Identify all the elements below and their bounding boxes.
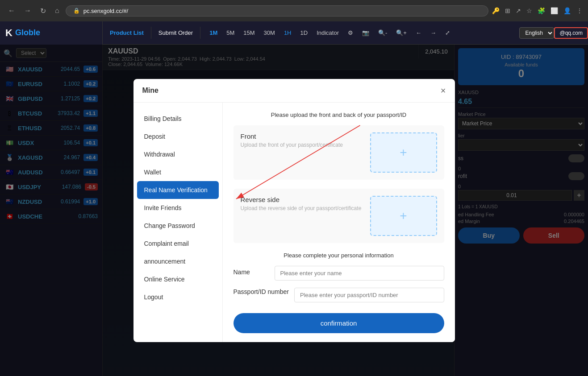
modal-body: Billing DetailsDepositWithdrawalWalletRe… <box>133 103 455 342</box>
menu-item[interactable]: Invite Friends <box>133 199 222 217</box>
modal-menu: Billing DetailsDepositWithdrawalWalletRe… <box>133 103 223 342</box>
reverse-upload-box[interactable]: + <box>370 196 437 236</box>
url-text: pc.senxgold.cc/#/ <box>83 8 128 14</box>
tf-1d[interactable]: 1D <box>297 28 312 38</box>
reverse-upload-plus-icon: + <box>400 209 407 223</box>
passport-input[interactable] <box>294 288 444 302</box>
zoom-in-btn[interactable]: 🔍+ <box>392 28 410 38</box>
submit-order-button[interactable]: Submit Order <box>151 27 200 39</box>
forward-button[interactable]: → <box>21 5 34 17</box>
timeframe-bar: 1M 5M 15M 30M 1H 1D Indicator ⚙ 📷 🔍- 🔍+ … <box>200 28 519 38</box>
browser-icon-6[interactable]: ⬜ <box>550 7 558 14</box>
name-field-row: Name <box>234 266 444 281</box>
logo-k: K <box>5 27 13 39</box>
browser-icon-3[interactable]: ↗ <box>516 7 521 14</box>
main-content: 🔍 Select 🇺🇸 XAUUSD 2044.65 +0.6 🇪🇺 EURUS… <box>0 45 588 376</box>
language-select[interactable]: English <box>519 27 554 39</box>
tf-5m[interactable]: 5M <box>223 28 238 38</box>
lock-icon: 🔒 <box>73 8 80 14</box>
front-upload-plus-icon: + <box>400 145 407 160</box>
reload-button[interactable]: ↻ <box>38 5 49 17</box>
reverse-upload-row: Reverse side Upload the reverse side of … <box>234 189 444 243</box>
personal-info-title: Please complete your personal informatio… <box>234 252 444 259</box>
browser-icon-7[interactable]: 👤 <box>563 7 571 14</box>
modal-title: Mine <box>142 87 158 95</box>
right-arrow-btn[interactable]: → <box>427 28 440 38</box>
tf-1m[interactable]: 1M <box>206 28 221 38</box>
settings-icon-btn[interactable]: ⚙ <box>344 28 357 38</box>
name-field-label: Name <box>234 266 269 276</box>
front-hint: Upload the front of your passport/certif… <box>241 142 363 148</box>
menu-item[interactable]: Change Password <box>133 217 222 235</box>
back-button[interactable]: ← <box>5 5 18 17</box>
front-upload-box[interactable]: + <box>370 132 437 173</box>
menu-item[interactable]: Withdrawal <box>133 145 222 163</box>
modal-close-button[interactable]: × <box>441 86 446 95</box>
modal-title-bar: Mine × <box>133 79 455 103</box>
reverse-hint: Upload the reverse side of your passport… <box>241 205 363 211</box>
zoom-out-btn[interactable]: 🔍- <box>375 28 391 38</box>
tf-1h[interactable]: 1H <box>280 28 295 38</box>
browser-chrome: ← → ↻ ⌂ 🔒 pc.senxgold.cc/#/ 🔑 ⊞ ↗ ☆ 🧩 ⬜ … <box>0 0 588 21</box>
menu-item[interactable]: Logout <box>133 288 222 306</box>
tf-15m[interactable]: 15M <box>240 28 258 38</box>
modal-content-area: Please upload the front and back of your… <box>223 103 455 342</box>
browser-icon-1[interactable]: 🔑 <box>492 7 500 14</box>
tf-30m[interactable]: 30M <box>260 28 279 38</box>
indicator-button[interactable]: Indicator <box>313 28 342 38</box>
home-button[interactable]: ⌂ <box>52 5 62 17</box>
left-arrow-btn[interactable]: ← <box>412 28 425 38</box>
browser-icon-4[interactable]: ☆ <box>526 7 532 14</box>
reverse-label: Reverse side <box>241 196 363 203</box>
menu-item[interactable]: Deposit <box>133 128 222 145</box>
upload-title: Please upload the front and back of your… <box>234 112 444 118</box>
camera-icon-btn[interactable]: 📷 <box>359 28 373 38</box>
front-label: Front <box>241 132 363 140</box>
menu-item[interactable]: announcement <box>133 252 222 270</box>
browser-icon-8[interactable]: ⋮ <box>576 7 583 14</box>
app-header: K Globle Product List Submit Order 1M 5M… <box>0 21 588 45</box>
email-button[interactable]: @qq.com <box>554 27 588 39</box>
logo-area: K Globle <box>0 21 103 45</box>
address-bar[interactable]: 🔒 pc.senxgold.cc/#/ <box>66 5 488 17</box>
confirm-button[interactable]: confirmation <box>234 313 444 333</box>
passport-field-label: Passport/ID number <box>234 288 289 297</box>
expand-btn[interactable]: ⤢ <box>442 28 454 38</box>
front-upload-row: Front Upload the front of your passport/… <box>234 125 444 180</box>
menu-item[interactable]: Billing Details <box>133 110 222 128</box>
menu-item[interactable]: Wallet <box>133 163 222 181</box>
menu-item[interactable]: Online Service <box>133 270 222 288</box>
menu-item[interactable]: Complaint email <box>133 235 222 252</box>
browser-icon-5[interactable]: 🧩 <box>538 7 545 14</box>
name-input[interactable] <box>275 266 444 281</box>
logo-globe: Globle <box>15 28 40 37</box>
modal-overlay[interactable]: Mine × Billing DetailsDepositWithdrawalW… <box>0 45 588 376</box>
browser-actions: 🔑 ⊞ ↗ ☆ 🧩 ⬜ 👤 ⋮ <box>492 7 583 14</box>
menu-item[interactable]: Real Name Verification <box>137 181 219 199</box>
browser-icon-2[interactable]: ⊞ <box>505 7 510 14</box>
modal-dialog: Mine × Billing DetailsDepositWithdrawalW… <box>133 79 455 342</box>
passport-field-row: Passport/ID number <box>234 288 444 302</box>
product-list-button[interactable]: Product List <box>103 27 151 39</box>
